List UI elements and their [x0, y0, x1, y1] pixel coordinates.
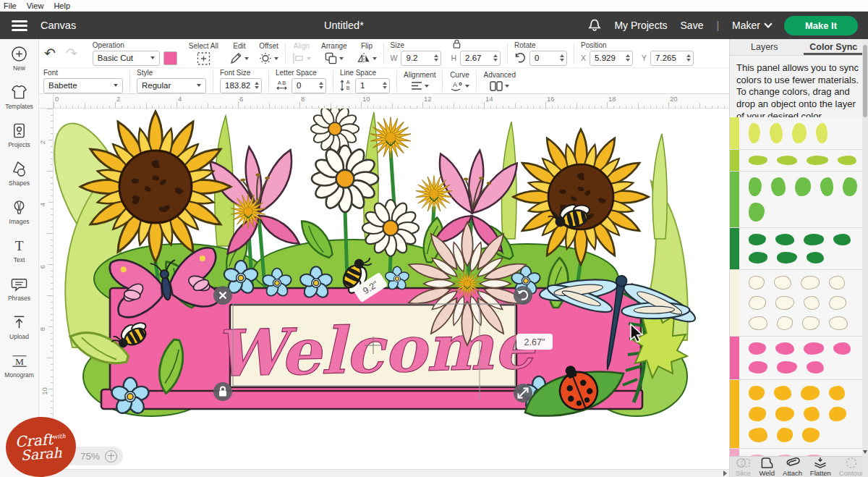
layer-swatch[interactable]	[833, 234, 851, 245]
sidebar-item-text[interactable]: T Text	[0, 231, 39, 269]
layer-swatch[interactable]	[833, 342, 851, 355]
redo-button[interactable]: ↷	[66, 46, 77, 60]
tab-layers[interactable]: Layers	[730, 39, 799, 55]
layer-swatch[interactable]	[749, 203, 765, 221]
layer-swatch[interactable]	[801, 276, 820, 290]
position-x-input[interactable]: 5.929	[590, 51, 633, 66]
layer-swatch[interactable]	[777, 316, 793, 330]
daisy-top[interactable]	[311, 105, 359, 153]
layer-swatch[interactable]	[749, 276, 765, 290]
rotate-icon[interactable]	[514, 52, 526, 64]
row-color-bar[interactable]	[730, 117, 739, 149]
x-stepper[interactable]	[626, 54, 630, 62]
width-input[interactable]: 9.2	[401, 51, 441, 66]
sidebar-item-images[interactable]: Images	[0, 193, 39, 231]
layer-swatch[interactable]	[804, 296, 820, 310]
notifications-bell-icon[interactable]	[588, 19, 601, 32]
weld-button[interactable]: Weld	[759, 457, 775, 477]
my-projects-link[interactable]: My Projects	[614, 20, 667, 31]
alignment-button[interactable]: Alignment	[404, 71, 435, 90]
sidebar-item-templates[interactable]: Templates	[0, 77, 39, 116]
row-color-bar[interactable]	[730, 228, 739, 269]
font-size-stepper[interactable]	[255, 82, 259, 89]
layer-swatch[interactable]	[775, 342, 794, 355]
operation-select[interactable]: Basic Cut	[93, 51, 160, 66]
save-link[interactable]: Save	[681, 20, 704, 31]
menu-view[interactable]: View	[27, 1, 44, 10]
sidebar-item-new[interactable]: New	[0, 39, 39, 77]
layer-swatch[interactable]	[770, 123, 783, 143]
layer-swatch[interactable]	[804, 407, 820, 421]
layer-swatch[interactable]	[829, 316, 848, 330]
height-stepper[interactable]	[493, 54, 498, 62]
layer-swatch[interactable]	[777, 428, 793, 442]
select-all-button[interactable]: Select All	[189, 42, 218, 65]
layer-swatch[interactable]	[838, 156, 856, 165]
row-color-bar[interactable]	[730, 150, 739, 171]
edit-button[interactable]: Edit	[230, 42, 249, 64]
project-title[interactable]: Untitled*	[324, 20, 364, 31]
tab-color-sync[interactable]: Color Sync	[799, 39, 868, 55]
make-it-button[interactable]: Make It	[784, 16, 858, 35]
sidebar-item-monogram[interactable]: M Monogram	[0, 346, 39, 384]
rotate-input[interactable]: 0	[529, 51, 567, 66]
layer-swatch[interactable]	[795, 177, 811, 196]
layer-swatch[interactable]	[829, 407, 846, 421]
sidebar-item-shapes[interactable]: Shapes	[0, 154, 39, 193]
undo-button[interactable]: ↶	[44, 46, 56, 60]
layer-swatch[interactable]	[749, 156, 767, 165]
layer-swatch[interactable]	[749, 296, 766, 310]
layer-swatch[interactable]	[749, 252, 767, 263]
layer-swatch[interactable]	[749, 123, 760, 143]
y-stepper[interactable]	[686, 54, 691, 62]
canvas-area[interactable]: Welcome	[39, 94, 729, 477]
scrollbar-thumb[interactable]	[863, 45, 867, 117]
layer-swatch[interactable]	[749, 316, 767, 330]
layer-swatch[interactable]	[775, 234, 794, 245]
layer-swatch[interactable]	[816, 123, 827, 143]
layer-swatch[interactable]	[829, 386, 845, 400]
offset-button[interactable]: Offset	[259, 42, 278, 64]
layer-swatch[interactable]	[749, 342, 766, 355]
layer-swatch[interactable]	[829, 276, 845, 290]
menu-help[interactable]: Help	[54, 1, 70, 10]
advanced-button[interactable]: Advanced	[483, 71, 515, 91]
layer-swatch[interactable]	[829, 296, 846, 310]
layer-swatch[interactable]	[749, 361, 767, 373]
size-lock-icon[interactable]	[452, 39, 461, 48]
layer-swatch[interactable]	[777, 361, 797, 373]
layer-swatch[interactable]	[804, 342, 824, 355]
row-color-bar[interactable]	[730, 337, 739, 379]
scroll-down-icon[interactable]	[863, 450, 867, 454]
delete-handle[interactable]	[213, 286, 232, 305]
operation-color-swatch[interactable]	[163, 51, 177, 65]
letter-space-input[interactable]: 0	[292, 78, 326, 93]
position-y-input[interactable]: 7.265	[650, 51, 694, 66]
layer-swatch[interactable]	[777, 156, 797, 165]
layer-swatch[interactable]	[774, 386, 791, 400]
sidebar-item-phrases[interactable]: Phrases	[0, 269, 39, 308]
menu-file[interactable]: File	[4, 1, 17, 10]
horizontal-scrollbar[interactable]	[39, 469, 729, 477]
line-space-stepper[interactable]	[383, 82, 387, 89]
layer-swatch[interactable]	[749, 234, 766, 245]
layer-swatch[interactable]	[820, 177, 833, 196]
layer-swatch[interactable]	[807, 252, 824, 263]
layer-swatch[interactable]	[804, 234, 824, 245]
rotate-stepper[interactable]	[560, 54, 564, 62]
arrange-button[interactable]: Arrange	[321, 42, 347, 64]
height-input[interactable]: 2.67	[460, 51, 501, 66]
layer-swatch[interactable]	[775, 296, 794, 310]
layer-swatch[interactable]	[843, 177, 857, 196]
style-select[interactable]: Regular	[137, 78, 206, 93]
lock-handle[interactable]	[213, 382, 232, 401]
hamburger-menu-icon[interactable]	[12, 20, 27, 31]
panel-scrollbar[interactable]	[862, 39, 868, 477]
layer-swatch[interactable]	[777, 252, 797, 263]
layer-swatch[interactable]	[749, 428, 767, 442]
row-color-bar[interactable]	[730, 380, 739, 448]
layer-swatch[interactable]	[749, 386, 765, 400]
resize-handle[interactable]	[514, 384, 532, 402]
sidebar-item-projects[interactable]: Projects	[0, 116, 39, 154]
attach-button[interactable]: Attach	[783, 457, 802, 477]
